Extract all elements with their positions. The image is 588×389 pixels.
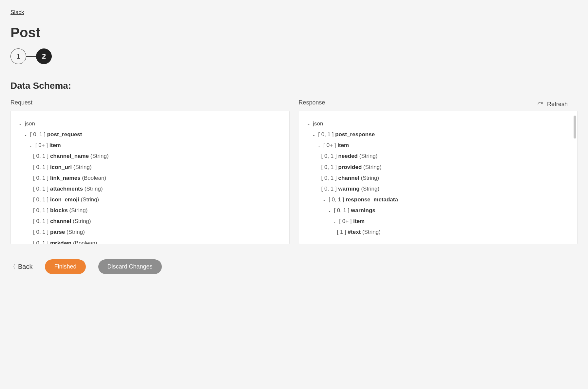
field-name: link_names [50,175,81,181]
cardinality: [ 0, 1 ] [33,218,48,224]
field-name: icon_emoji [50,196,79,203]
field-type: (String) [85,186,103,192]
field-type: (String) [362,229,381,235]
response-column: Response ⌄ json ⌄ [ 0, 1 ] post_response [299,110,578,244]
tree-leaf[interactable]: [ 1 ] #text (String) [337,227,571,237]
chevron-down-icon[interactable]: ⌄ [327,207,332,214]
cardinality: [ 0, 1 ] [33,207,48,213]
cardinality: [ 0+ ] [323,142,336,148]
field-name: channel_name [50,153,89,159]
page-title: Post [10,25,578,41]
response-metadata[interactable]: ⌄ [ 0, 1 ] response_metadata [321,194,571,205]
step-2[interactable]: 2 [36,48,52,64]
request-item[interactable]: ⌄ [ 0+ ] item [28,140,283,151]
tree-leaf[interactable]: [ 0, 1 ] needed (String) [321,151,571,161]
tree-leaf[interactable]: [ 0, 1 ] blocks (String) [33,205,283,216]
response-post-response[interactable]: ⌄ [ 0, 1 ] post_response [311,129,571,140]
chevron-left-icon: 〈 [10,264,15,270]
discard-changes-button[interactable]: Discard Changes [98,259,162,274]
step-connector [26,56,36,57]
field-type: (String) [66,229,85,235]
chevron-down-icon[interactable]: ⌄ [311,131,317,139]
cardinality: [ 0, 1 ] [318,131,333,138]
field-name: channel [50,218,71,224]
cardinality: [ 0, 1 ] [33,175,48,181]
chevron-down-icon[interactable]: ⌄ [321,196,327,204]
field-type: (String) [90,153,109,159]
cardinality: [ 0, 1 ] [33,240,48,244]
response-fields: [ 0, 1 ] needed (String) [ 0, 1 ] provid… [316,151,571,194]
tree-leaf[interactable]: [ 0, 1 ] mrkdwn (Boolean) [33,238,283,244]
request-panel: ⌄ json ⌄ [ 0, 1 ] post_request ⌄ [ 0+ ] … [10,111,290,244]
node-name: item [337,142,349,148]
field-name: icon_url [50,164,72,170]
field-name: warning [338,186,359,192]
field-type: (String) [361,186,379,192]
tree-leaf[interactable]: [ 0, 1 ] warning (String) [321,183,571,194]
field-type: (String) [73,218,91,224]
node-name: item [49,142,61,148]
node-name: post_response [335,131,375,138]
breadcrumb-slack[interactable]: Slack [10,9,24,15]
cardinality: [ 0, 1 ] [321,175,337,181]
tree-leaf[interactable]: [ 0, 1 ] icon_url (String) [33,162,283,173]
cardinality: [ 0, 1 ] [33,196,48,203]
response-item[interactable]: ⌄ [ 0+ ] item [316,140,571,151]
cardinality: [ 0, 1 ] [329,196,344,203]
stepper: 1 2 [10,48,578,64]
cardinality: [ 0, 1 ] [33,153,48,159]
chevron-down-icon[interactable]: ⌄ [316,142,322,149]
field-name: blocks [50,207,68,213]
tree-leaf[interactable]: [ 0, 1 ] channel_name (String) [33,151,283,161]
tree-leaf[interactable]: [ 0, 1 ] channel (String) [33,216,283,227]
back-button[interactable]: 〈 Back [10,263,32,270]
node-name: warnings [351,207,375,213]
cardinality: [ 0, 1 ] [321,164,337,170]
cardinality: [ 0, 1 ] [321,186,337,192]
chevron-down-icon[interactable]: ⌄ [28,142,34,149]
chevron-down-icon[interactable]: ⌄ [332,218,338,225]
response-label: Response [299,99,578,106]
request-column: Request ⌄ json ⌄ [ 0, 1 ] post_request ⌄ [10,110,290,244]
finished-button[interactable]: Finished [45,259,85,274]
field-type: (Boolean) [73,240,97,244]
tree-leaf[interactable]: [ 0, 1 ] channel (String) [321,173,571,183]
response-root[interactable]: ⌄ json [306,118,571,129]
tree-node-label: json [313,120,323,127]
cardinality: [ 0, 1 ] [30,131,46,138]
cardinality: [ 0+ ] [339,218,351,224]
cardinality: [ 0, 1 ] [33,164,48,170]
node-name: item [353,218,365,224]
tree-leaf[interactable]: [ 0, 1 ] icon_emoji (String) [33,194,283,205]
field-name: provided [338,164,362,170]
field-type: (String) [363,164,382,170]
tree-leaf[interactable]: [ 0, 1 ] parse (String) [33,227,283,237]
field-name: attachments [50,186,83,192]
response-warnings[interactable]: ⌄ [ 0, 1 ] warnings [327,205,571,216]
scrollbar-thumb[interactable] [574,116,576,139]
tree-leaf[interactable]: [ 0, 1 ] link_names (Boolean) [33,173,283,183]
tree-leaf[interactable]: [ 0, 1 ] provided (String) [321,162,571,173]
field-name: #text [348,229,361,235]
field-name: channel [338,175,359,181]
cardinality: [ 0, 1 ] [33,186,48,192]
chevron-down-icon[interactable]: ⌄ [306,120,312,128]
field-name: parse [50,229,65,235]
response-warnings-item[interactable]: ⌄ [ 0+ ] item [332,216,571,227]
chevron-down-icon[interactable]: ⌄ [23,131,28,139]
field-type: (String) [73,164,92,170]
tree-leaf[interactable]: [ 0, 1 ] attachments (String) [33,183,283,194]
back-label: Back [18,263,32,270]
section-title: Data Schema: [10,81,578,91]
cardinality: [ 0+ ] [35,142,48,148]
request-label: Request [10,99,290,106]
chevron-down-icon[interactable]: ⌄ [17,120,23,128]
field-name: mrkdwn [50,240,71,244]
field-type: (String) [359,153,378,159]
cardinality: [ 0, 1 ] [334,207,349,213]
step-1[interactable]: 1 [10,48,26,64]
cardinality: [ 1 ] [337,229,346,235]
request-post-request[interactable]: ⌄ [ 0, 1 ] post_request [23,129,283,140]
request-root[interactable]: ⌄ json [17,118,283,129]
field-type: (Boolean) [82,175,106,181]
